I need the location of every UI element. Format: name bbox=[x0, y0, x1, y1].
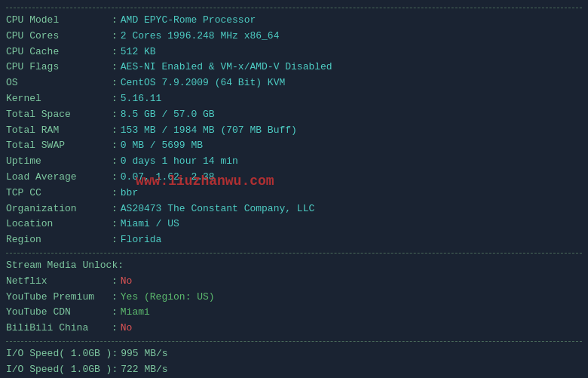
io-speed-2-row: I/O Speed( 1.0GB ) : 722 MB/s bbox=[6, 362, 582, 378]
stream-media-section: Stream Media Unlock : Netflix : No YouTu… bbox=[6, 258, 582, 337]
youtube-cdn-label: YouTube CDN bbox=[6, 305, 112, 321]
uptime-value: 0 days 1 hour 14 min bbox=[121, 154, 238, 170]
youtube-premium-value: Yes (Region: US) bbox=[121, 290, 215, 306]
organization-row: Organization : AS20473 The Constant Comp… bbox=[6, 201, 582, 217]
io-divider bbox=[6, 341, 582, 342]
cpu-cache-label: CPU Cache bbox=[6, 45, 112, 60]
top-divider bbox=[6, 8, 582, 8]
main-container: CPU Model : AMD EPYC-Rome Processor CPU … bbox=[0, 0, 588, 378]
cpu-flags-value: AES-NI Enabled & VM-x/AMD-V Disabled bbox=[121, 60, 332, 75]
cpu-model-row: CPU Model : AMD EPYC-Rome Processor bbox=[6, 13, 582, 29]
youtube-cdn-value: Miami bbox=[121, 305, 150, 321]
bilibili-value: No bbox=[121, 321, 133, 337]
netflix-row: Netflix : No bbox=[6, 274, 582, 290]
io-speed-1-value: 995 MB/s bbox=[121, 346, 167, 362]
io-speed-2-value: 722 MB/s bbox=[121, 362, 167, 378]
stream-header-row: Stream Media Unlock : bbox=[6, 258, 582, 274]
uptime-label: Uptime bbox=[6, 154, 112, 170]
total-swap-row: Total SWAP : 0 MB / 5699 MB bbox=[6, 138, 582, 154]
cpu-flags-label: CPU Flags bbox=[6, 60, 112, 75]
organization-label: Organization bbox=[6, 201, 112, 217]
region-value: Florida bbox=[121, 232, 162, 248]
system-info-section: CPU Model : AMD EPYC-Rome Processor CPU … bbox=[6, 13, 582, 248]
cpu-cores-value: 2 Cores 1996.248 MHz x86_64 bbox=[121, 29, 280, 45]
total-space-value: 8.5 GB / 57.0 GB bbox=[121, 107, 215, 123]
load-average-label: Load Average bbox=[6, 170, 112, 186]
youtube-premium-row: YouTube Premium : Yes (Region: US) bbox=[6, 290, 582, 306]
netflix-label: Netflix bbox=[6, 274, 112, 290]
cpu-cores-row: CPU Cores : 2 Cores 1996.248 MHz x86_64 bbox=[6, 29, 582, 45]
cpu-cores-label: CPU Cores bbox=[6, 29, 112, 45]
stream-header-label: Stream Media Unlock bbox=[6, 258, 118, 274]
os-label: OS bbox=[6, 75, 112, 91]
location-value: Miami / US bbox=[121, 217, 179, 232]
tcp-cc-label: TCP CC bbox=[6, 186, 112, 201]
total-ram-value: 153 MB / 1984 MB (707 MB Buff) bbox=[121, 123, 297, 139]
io-speed-1-row: I/O Speed( 1.0GB ) : 995 MB/s bbox=[6, 346, 582, 362]
io-speed-2-label: I/O Speed( 1.0GB ) bbox=[6, 362, 112, 378]
total-space-row: Total Space : 8.5 GB / 57.0 GB bbox=[6, 107, 582, 123]
load-average-row: Load Average : 0.07, 1.62, 2.38 bbox=[6, 170, 582, 186]
cpu-cache-value: 512 KB bbox=[121, 45, 156, 60]
total-ram-row: Total RAM : 153 MB / 1984 MB (707 MB Buf… bbox=[6, 123, 582, 139]
uptime-row: Uptime : 0 days 1 hour 14 min bbox=[6, 154, 582, 170]
youtube-premium-label: YouTube Premium bbox=[6, 290, 112, 306]
os-row: OS : CentOS 7.9.2009 (64 Bit) KVM bbox=[6, 75, 582, 91]
kernel-label: Kernel bbox=[6, 91, 112, 107]
cpu-model-label: CPU Model bbox=[6, 13, 112, 29]
bilibili-label: BiliBili China bbox=[6, 321, 112, 337]
netflix-value: No bbox=[121, 274, 133, 290]
total-ram-label: Total RAM bbox=[6, 123, 112, 139]
organization-value: AS20473 The Constant Company, LLC bbox=[121, 201, 314, 217]
region-row: Region : Florida bbox=[6, 232, 582, 248]
cpu-cache-row: CPU Cache : 512 KB bbox=[6, 45, 582, 60]
kernel-value: 5.16.11 bbox=[121, 91, 162, 107]
watermark: www.liuzhanwu.com bbox=[136, 174, 274, 189]
total-swap-value: 0 MB / 5699 MB bbox=[121, 138, 203, 154]
total-swap-label: Total SWAP bbox=[6, 138, 112, 154]
cpu-model-value: AMD EPYC-Rome Processor bbox=[121, 13, 256, 29]
location-label: Location bbox=[6, 217, 112, 232]
total-space-label: Total Space bbox=[6, 107, 112, 123]
cpu-flags-row: CPU Flags : AES-NI Enabled & VM-x/AMD-V … bbox=[6, 60, 582, 75]
region-label: Region bbox=[6, 232, 112, 248]
os-value: CentOS 7.9.2009 (64 Bit) KVM bbox=[121, 75, 285, 91]
io-speed-section: I/O Speed( 1.0GB ) : 995 MB/s I/O Speed(… bbox=[6, 346, 582, 378]
bilibili-row: BiliBili China : No bbox=[6, 321, 582, 337]
tcp-cc-row: TCP CC : bbr bbox=[6, 186, 582, 201]
youtube-cdn-row: YouTube CDN : Miami bbox=[6, 305, 582, 321]
io-speed-1-label: I/O Speed( 1.0GB ) bbox=[6, 346, 112, 362]
kernel-row: Kernel : 5.16.11 bbox=[6, 91, 582, 107]
location-row: Location : Miami / US bbox=[6, 217, 582, 232]
stream-divider bbox=[6, 253, 582, 254]
